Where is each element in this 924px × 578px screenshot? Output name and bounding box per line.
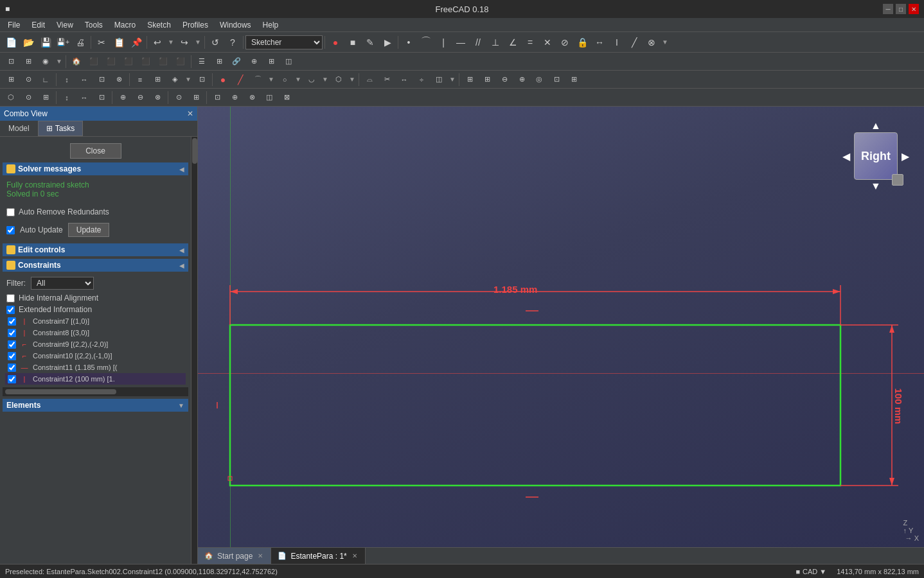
sk1-btn[interactable]: ⊞ bbox=[3, 71, 19, 88]
c10-btn[interactable]: 🔒 bbox=[574, 34, 591, 51]
sk-dim-btn[interactable]: ⊡ bbox=[548, 71, 565, 88]
nav-cube-face[interactable]: Right bbox=[854, 132, 898, 180]
point-btn[interactable]: • bbox=[400, 34, 417, 51]
new-button[interactable]: 📄 bbox=[3, 34, 19, 51]
draw-style-dd[interactable]: ▼ bbox=[55, 53, 64, 70]
sk6-btn[interactable]: ⊡ bbox=[93, 71, 110, 88]
menu-edit[interactable]: Edit bbox=[26, 19, 50, 31]
menu-macro[interactable]: Macro bbox=[109, 19, 141, 31]
pt14-btn[interactable]: ⊗ bbox=[244, 89, 260, 106]
home-view-btn[interactable]: 🏠 bbox=[68, 53, 85, 70]
workbench-select[interactable]: Sketcher bbox=[245, 35, 323, 49]
combo-collapse[interactable]: ✕ bbox=[187, 109, 193, 118]
tab-start-close[interactable]: ✕ bbox=[256, 552, 264, 560]
menu-profiles[interactable]: Profiles bbox=[177, 19, 213, 31]
zoom-sel-btn[interactable]: ⊞ bbox=[20, 53, 37, 70]
close-button-win[interactable]: ✕ bbox=[909, 4, 919, 14]
auto-update-checkbox[interactable] bbox=[6, 226, 15, 234]
c8-checkbox[interactable] bbox=[8, 329, 16, 337]
menu-tools[interactable]: Tools bbox=[80, 19, 108, 31]
circle-btn[interactable]: ○ bbox=[276, 71, 293, 88]
nav-down[interactable]: ▼ bbox=[869, 180, 882, 193]
top-view-btn[interactable]: ⬛ bbox=[103, 53, 120, 70]
nav-right[interactable]: ▶ bbox=[899, 150, 911, 162]
c12-btn[interactable]: I bbox=[609, 34, 625, 51]
solver-messages-section[interactable]: Solver messages ◀ bbox=[3, 162, 188, 175]
pt8-btn[interactable]: ⊖ bbox=[132, 89, 148, 106]
c4-btn[interactable]: // bbox=[470, 34, 486, 51]
redo-dropdown[interactable]: ▼ bbox=[193, 34, 202, 51]
sk5-btn[interactable]: ↔ bbox=[76, 71, 93, 88]
line-btn[interactable]: ● bbox=[215, 71, 231, 88]
fillet-btn[interactable]: ⌓ bbox=[361, 71, 378, 88]
save-button[interactable]: 💾 bbox=[37, 34, 54, 51]
array-btn[interactable]: ⊞ bbox=[479, 71, 495, 88]
close-sketch-button[interactable]: Close bbox=[70, 143, 121, 159]
pt6-btn[interactable]: ⊡ bbox=[93, 89, 110, 106]
help-button[interactable]: ? bbox=[224, 34, 241, 51]
poly-btn[interactable]: ⬡ bbox=[330, 71, 347, 88]
mirror-btn[interactable]: ⊞ bbox=[461, 71, 478, 88]
sk9-btn[interactable]: ⊞ bbox=[149, 71, 166, 88]
toggle-btn[interactable]: ⊞ bbox=[263, 53, 280, 70]
c7-checkbox[interactable] bbox=[8, 317, 16, 326]
sk2-btn[interactable]: ⊙ bbox=[20, 71, 37, 88]
pt12-btn[interactable]: ⊡ bbox=[209, 89, 226, 106]
c11-btn[interactable]: ↔ bbox=[591, 34, 608, 51]
sk-convert-btn[interactable]: ⊕ bbox=[513, 71, 530, 88]
sk7-btn[interactable]: ⊗ bbox=[111, 71, 127, 88]
sk10-dd[interactable]: ▼ bbox=[184, 71, 193, 88]
run-button[interactable]: ▶ bbox=[379, 34, 396, 51]
circle-dd[interactable]: ▼ bbox=[294, 71, 303, 88]
left-view-btn[interactable]: ⬛ bbox=[172, 53, 189, 70]
open-button[interactable]: 📂 bbox=[20, 34, 37, 51]
edit-button[interactable]: ✎ bbox=[362, 34, 378, 51]
pt1-btn[interactable]: ⬡ bbox=[3, 89, 19, 106]
tab-estante[interactable]: 📄 EstantePara : 1* ✕ bbox=[271, 548, 365, 564]
auto-remove-checkbox[interactable] bbox=[6, 208, 15, 216]
sk3-btn[interactable]: ∟ bbox=[37, 71, 54, 88]
saveas-button[interactable]: 💾+ bbox=[55, 34, 71, 51]
tab-estante-close[interactable]: ✕ bbox=[351, 552, 359, 560]
section-btn[interactable]: ◫ bbox=[280, 53, 297, 70]
minimize-button[interactable]: ─ bbox=[883, 4, 893, 14]
stop-button[interactable]: ● bbox=[327, 34, 344, 51]
pt15-btn[interactable]: ◫ bbox=[261, 89, 278, 106]
attach-btn[interactable]: 🔗 bbox=[228, 53, 245, 70]
bot-view-btn[interactable]: ⬛ bbox=[155, 53, 172, 70]
pt3-btn[interactable]: ⊞ bbox=[37, 89, 54, 106]
c9-btn[interactable]: ⊘ bbox=[556, 34, 573, 51]
trim-btn[interactable]: ✂ bbox=[378, 71, 395, 88]
c10-checkbox[interactable] bbox=[8, 352, 16, 360]
draw-style-btn[interactable]: ◉ bbox=[37, 53, 54, 70]
pt11-btn[interactable]: ⊞ bbox=[188, 89, 204, 106]
filter-select[interactable]: All Normal Construction bbox=[31, 277, 94, 290]
menu-sketch[interactable]: Sketch bbox=[142, 19, 176, 31]
pt4-btn[interactable]: ↕ bbox=[58, 89, 75, 106]
stop2-button[interactable]: ■ bbox=[344, 34, 361, 51]
poly-dd[interactable]: ▼ bbox=[348, 71, 357, 88]
arc-dd[interactable]: ▼ bbox=[267, 71, 276, 88]
arc-btn[interactable]: ⌒ bbox=[249, 71, 266, 88]
tab-tasks[interactable]: ⊞ Tasks bbox=[38, 121, 84, 136]
zoom-fit-btn[interactable]: ⊡ bbox=[3, 53, 19, 70]
nav-up[interactable]: ▲ bbox=[869, 119, 882, 132]
nav-left[interactable]: ◀ bbox=[840, 150, 853, 162]
c12-checkbox[interactable] bbox=[8, 375, 16, 383]
snap-btn[interactable]: ⊕ bbox=[245, 53, 262, 70]
refresh-button[interactable]: ↺ bbox=[207, 34, 224, 51]
conic-btn[interactable]: ◡ bbox=[303, 71, 320, 88]
c11-checkbox[interactable] bbox=[8, 363, 16, 372]
menu-help[interactable]: Help bbox=[258, 19, 284, 31]
c2-btn[interactable]: | bbox=[435, 34, 452, 51]
pt9-btn[interactable]: ⊗ bbox=[149, 89, 166, 106]
constraints-section[interactable]: Constraints ◀ bbox=[3, 259, 188, 272]
polyline-btn[interactable]: ╱ bbox=[232, 71, 249, 88]
conic-dd[interactable]: ▼ bbox=[321, 71, 330, 88]
c9-checkbox[interactable] bbox=[8, 340, 16, 349]
menu-windows[interactable]: Windows bbox=[215, 19, 256, 31]
hide-internal-checkbox[interactable] bbox=[6, 294, 15, 302]
rear-view-btn[interactable]: ⬛ bbox=[138, 53, 154, 70]
sk-mod-btn[interactable]: ⊞ bbox=[565, 71, 582, 88]
pt13-btn[interactable]: ⊕ bbox=[226, 89, 243, 106]
